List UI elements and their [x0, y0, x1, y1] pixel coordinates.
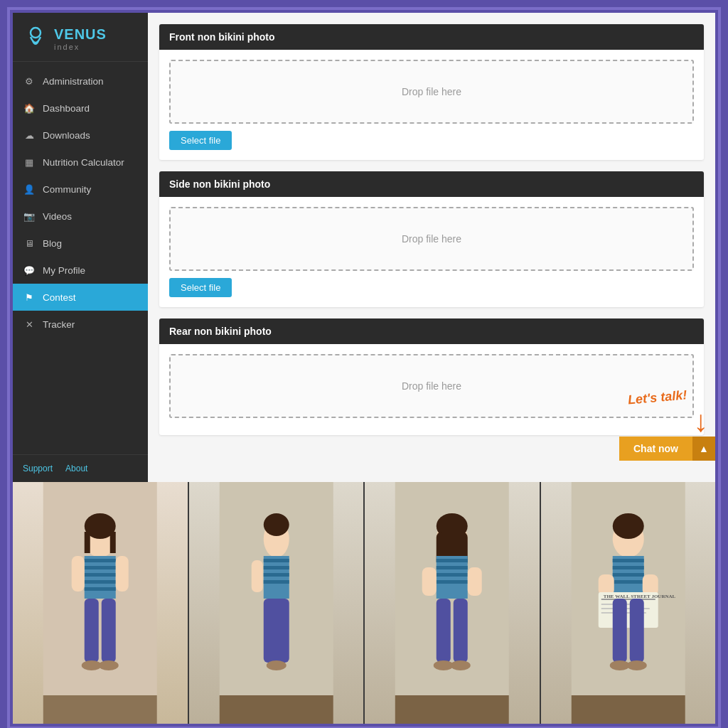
svg-point-67 [626, 660, 646, 670]
chat-bar[interactable]: Chat now ▲ [619, 437, 715, 461]
svg-rect-6 [110, 532, 116, 553]
select-file-button-front[interactable]: Select file [169, 131, 232, 150]
sidebar-item-dashboard[interactable]: 🏠 Dashboard [13, 95, 148, 122]
gear-icon: ⚙ [23, 75, 36, 87]
svg-rect-41 [422, 567, 437, 596]
sidebar-item-label: My Profile [43, 265, 85, 276]
select-file-button-side[interactable]: Select file [169, 278, 232, 297]
photo-slot-1 [13, 482, 189, 724]
user-icon: 👤 [23, 183, 36, 196]
svg-rect-40 [437, 580, 468, 584]
arrow-down-icon: ↓ [693, 407, 708, 437]
photo-slot-2 [189, 482, 365, 724]
sidebar-item-community[interactable]: 👤 Community [13, 176, 148, 203]
svg-rect-42 [468, 567, 482, 596]
logo-index: index [54, 43, 107, 51]
flag-icon: ⚑ [23, 291, 36, 304]
camera-icon: 📷 [23, 210, 36, 223]
section-body-front: Drop file here Select file [159, 50, 704, 160]
person-figure-newspaper: THE WALL STREET JOURNAL [541, 482, 716, 724]
drop-text-front: Drop file here [402, 86, 461, 97]
chat-icon: 💬 [23, 264, 36, 277]
drop-zone-side[interactable]: Drop file here [169, 207, 694, 271]
logo-text: VENUS index [54, 26, 107, 51]
cloud-icon: ☁ [23, 129, 36, 141]
top-section: VENUS index ⚙ Administration 🏠 Dashboard [13, 13, 715, 482]
sidebar-item-label: Downloads [43, 130, 90, 141]
grid-icon: ▦ [23, 156, 36, 168]
svg-rect-8 [85, 559, 116, 562]
svg-point-66 [609, 660, 629, 670]
person-figure-front [13, 482, 188, 724]
svg-rect-39 [437, 573, 468, 577]
logo-venus: VENUS [54, 26, 107, 43]
section-header-front: Front non bikini photo [159, 24, 704, 50]
sidebar-item-label: Tracker [43, 319, 75, 330]
svg-point-17 [82, 660, 102, 670]
drop-text-rear: Drop file here [402, 380, 461, 392]
bottom-photos: THE WALL STREET JOURNAL [13, 482, 715, 724]
sidebar-item-contest[interactable]: ⚑ Contest [13, 284, 148, 311]
svg-rect-25 [263, 566, 289, 569]
sidebar-item-downloads[interactable]: ☁ Downloads [13, 122, 148, 149]
person-figure-rear [365, 482, 540, 724]
svg-rect-14 [116, 556, 129, 592]
svg-rect-9 [85, 566, 116, 569]
drop-zone-front[interactable]: Drop file here [169, 60, 694, 124]
svg-rect-53 [612, 566, 643, 569]
logo-icon [23, 26, 48, 51]
svg-rect-27 [263, 580, 289, 584]
outer-border: VENUS index ⚙ Administration 🏠 Dashboard [7, 7, 721, 728]
sidebar-item-blog[interactable]: 🖥 Blog [13, 230, 148, 257]
svg-rect-20 [219, 695, 333, 724]
sidebar-item-nutrition[interactable]: ▦ Nutrition Calculator [13, 149, 148, 176]
svg-point-30 [266, 660, 286, 670]
chat-chevron-icon[interactable]: ▲ [692, 437, 715, 461]
svg-rect-54 [612, 573, 643, 577]
svg-text:THE WALL STREET JOURNAL: THE WALL STREET JOURNAL [603, 594, 675, 599]
svg-rect-29 [263, 599, 289, 663]
svg-rect-44 [454, 599, 468, 663]
sidebar-item-tracker[interactable]: ✕ Tracker [13, 311, 148, 338]
drop-text-side: Drop file here [402, 233, 461, 245]
svg-point-50 [612, 513, 643, 539]
drop-zone-rear[interactable]: Drop file here [169, 354, 694, 418]
cross-icon: ✕ [23, 318, 36, 331]
svg-rect-13 [72, 556, 85, 592]
section-header-side: Side non bikini photo [159, 171, 704, 197]
top-section-wrapper: VENUS index ⚙ Administration 🏠 Dashboard [13, 13, 715, 482]
svg-rect-24 [263, 559, 289, 562]
upload-section-side: Side non bikini photo Drop file here Sel… [159, 171, 704, 307]
sidebar-item-label: Videos [43, 211, 72, 222]
sidebar-item-administration[interactable]: ⚙ Administration [13, 68, 148, 95]
svg-rect-11 [85, 580, 116, 584]
sidebar-item-label: Dashboard [43, 103, 90, 114]
sidebar-item-label: Community [43, 184, 91, 195]
svg-point-18 [99, 660, 119, 670]
svg-rect-16 [102, 599, 116, 663]
svg-rect-15 [85, 599, 99, 663]
support-link[interactable]: Support [23, 464, 53, 473]
section-header-rear: Rear non bikini photo [159, 318, 704, 344]
svg-rect-52 [612, 559, 643, 562]
sidebar-nav: ⚙ Administration 🏠 Dashboard ☁ Downloads [13, 62, 148, 454]
svg-point-45 [434, 660, 454, 670]
main-container: VENUS index ⚙ Administration 🏠 Dashboard [13, 13, 715, 724]
sidebar-item-myprofile[interactable]: 💬 My Profile [13, 257, 148, 284]
svg-rect-28 [251, 560, 262, 592]
about-link[interactable]: About [65, 464, 87, 473]
chat-now-label: Chat now [619, 437, 692, 461]
svg-rect-64 [612, 599, 626, 663]
lets-talk-bubble: Let's talk! [627, 387, 687, 407]
svg-rect-10 [85, 573, 116, 577]
sidebar-logo: VENUS index [13, 13, 148, 62]
sidebar: VENUS index ⚙ Administration 🏠 Dashboard [13, 13, 148, 482]
svg-point-46 [451, 660, 471, 670]
svg-rect-38 [437, 566, 468, 569]
sidebar-item-label: Nutrition Calculator [43, 157, 124, 168]
sidebar-item-videos[interactable]: 📷 Videos [13, 203, 148, 230]
photo-slot-3 [365, 482, 541, 724]
sidebar-item-label: Contest [43, 292, 76, 303]
upload-section-front: Front non bikini photo Drop file here Se… [159, 24, 704, 160]
svg-point-22 [263, 513, 289, 536]
